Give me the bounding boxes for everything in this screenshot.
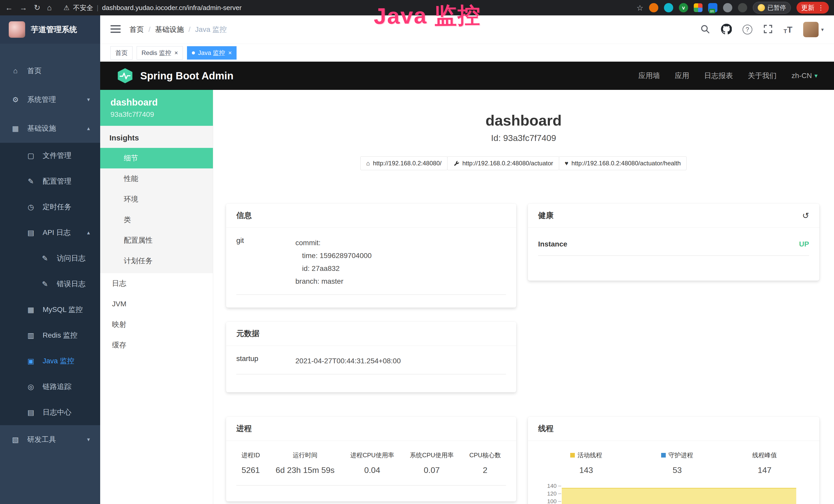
sidebar-item-label: 基础设施 [27, 123, 56, 133]
sba-menu-details[interactable]: 细节 [100, 148, 213, 168]
cards-right-column: 健康 ↺ Instance UP [528, 204, 819, 504]
log-center-icon: ▤ [26, 408, 36, 417]
threads-card: 线程 活动线程 143 [528, 417, 819, 504]
tag-java-monitor[interactable]: Java 监控 × [187, 46, 237, 60]
sba-nav: 应用墙 应用 日志报表 关于我们 zh-CN ▾ [639, 71, 817, 81]
threads-legend: 活动线程 143 守护进程 53 [538, 450, 809, 475]
fullscreen-button[interactable] [763, 24, 773, 35]
sba-menu-classes[interactable]: 类 [100, 209, 213, 230]
sba-logo-icon [117, 68, 134, 84]
chevron-down-icon: ▾ [821, 26, 824, 32]
health-row-instance[interactable]: Instance UP [538, 236, 809, 256]
sidebar-item-home[interactable]: ⌂ 首页 [0, 56, 100, 85]
update-label: 更新 [801, 3, 814, 12]
tag-redis-monitor[interactable]: Redis 监控 × [137, 46, 183, 60]
app-title: 芋道管理系统 [31, 24, 77, 35]
sba-nav-wallboard[interactable]: 应用墙 [639, 71, 660, 81]
browser-home-button[interactable]: ⌂ [47, 4, 52, 12]
close-icon[interactable]: × [228, 49, 232, 56]
sba-menu-environment[interactable]: 环境 [100, 189, 213, 209]
github-button[interactable] [721, 24, 732, 36]
more-menu-icon[interactable]: ⋮ [817, 4, 824, 11]
search-icon [700, 24, 710, 34]
sidebar-item-redis-monitor[interactable]: ▥ Redis 监控 [0, 322, 100, 348]
sidebar-item-access-log[interactable]: ✎ 访问日志 [0, 246, 100, 271]
sidebar-item-java-monitor[interactable]: ▣ Java 监控 [0, 348, 100, 374]
font-size-button[interactable]: TT [784, 25, 792, 35]
navbar-actions: ? TT ▾ [700, 22, 824, 37]
bookmark-star-icon[interactable]: ☆ [636, 3, 643, 12]
extension-icon-2[interactable] [664, 3, 673, 12]
address-bar[interactable]: ⚠ 不安全 | dashboard.yudao.iocoder.cn/infra… [58, 2, 630, 13]
git-commit-time: time: 1596289704000 [295, 249, 372, 262]
chrome-update-button[interactable]: 更新 ⋮ [796, 2, 829, 14]
tag-label: Java 监控 [198, 49, 225, 57]
search-button[interactable] [700, 24, 710, 35]
forward-button[interactable]: → [20, 4, 27, 12]
stat-label: 运行时间 [276, 451, 335, 459]
process-card: 进程 进程ID 5261 运行时间 [226, 417, 516, 501]
sba-menu-performance[interactable]: 性能 [100, 168, 213, 189]
sba-menu-scheduled-tasks[interactable]: 计划任务 [100, 251, 213, 271]
sba-menu-jvm[interactable]: JVM [100, 294, 213, 314]
sba-body: dashboard 93a3fc7f7409 Insights 细节 性能 环境… [100, 90, 834, 504]
sidebar-item-file-mgmt[interactable]: ▢ 文件管理 [0, 143, 100, 168]
sba-nav-applications[interactable]: 应用 [675, 71, 689, 81]
close-icon[interactable]: × [174, 49, 178, 56]
sidebar-item-log-center[interactable]: ▤ 日志中心 [0, 399, 100, 425]
breadcrumb-home[interactable]: 首页 [129, 25, 144, 35]
sidebar-item-api-logs[interactable]: ▤ API 日志 ▴ [0, 220, 100, 246]
extension-icon-4[interactable] [694, 3, 702, 12]
sba-menu-logs[interactable]: 日志 [100, 273, 213, 294]
history-icon[interactable]: ↺ [802, 211, 809, 221]
instance-header[interactable]: dashboard 93a3fc7f7409 [100, 90, 213, 126]
sidebar-item-config-mgmt[interactable]: ✎ 配置管理 [0, 168, 100, 194]
sba-menu-config-props[interactable]: 配置属性 [100, 230, 213, 251]
github-icon [721, 24, 732, 35]
sba-nav-about[interactable]: 关于我们 [748, 71, 777, 81]
extension-icon-5[interactable]: on [708, 3, 717, 12]
link-url: http://192.168.0.2:48080/actuator/health [571, 160, 681, 167]
font-size-small-icon: T [784, 28, 787, 35]
chevron-up-icon: ▴ [87, 125, 90, 132]
app-logo-row[interactable]: 芋道管理系统 [0, 16, 100, 44]
user-menu[interactable]: ▾ [803, 22, 824, 37]
sidebar-item-system-mgmt[interactable]: ⚙ 系统管理 ▾ [0, 85, 100, 114]
sba-menu-caches[interactable]: 缓存 [100, 335, 213, 356]
threads-card-body: 活动线程 143 守护进程 53 [528, 441, 819, 504]
help-button[interactable]: ? [743, 25, 752, 35]
breadcrumb-infrastructure[interactable]: 基础设施 [155, 25, 184, 35]
legend-text: 活动线程 [577, 452, 602, 459]
instance-actuator-link[interactable]: http://192.168.0.2:48080/actuator [447, 156, 559, 170]
reload-button[interactable]: ↻ [34, 4, 40, 12]
sidebar-item-dev-tools[interactable]: ▧ 研发工具 ▾ [0, 425, 100, 454]
sba-brand-title[interactable]: Spring Boot Admin [140, 70, 234, 82]
back-button[interactable]: ← [5, 4, 13, 12]
extension-icon-6[interactable] [723, 3, 732, 12]
tag-home[interactable]: 首页 [110, 46, 133, 60]
git-commit-id: id: 27aa832 [295, 262, 372, 275]
legend-live-threads: 活动线程 143 [570, 451, 602, 475]
instance-health-link[interactable]: ♥ http://192.168.0.2:48080/actuator/heal… [559, 156, 687, 170]
profile-paused-badge[interactable]: 已暂停 [753, 2, 791, 14]
insights-group: Insights 细节 性能 环境 类 配置属性 计划任务 [100, 126, 213, 273]
chevron-down-icon: ▾ [87, 96, 90, 103]
extension-icon-7[interactable] [738, 3, 747, 12]
sba-menu-mappings[interactable]: 映射 [100, 314, 213, 335]
sidebar-item-mysql-monitor[interactable]: ▦ MySQL 监控 [0, 297, 100, 322]
sidebar-item-scheduled-jobs[interactable]: ◷ 定时任务 [0, 194, 100, 220]
sidebar-item-infrastructure[interactable]: ▦ 基础设施 ▴ [0, 114, 100, 143]
legend-text: 守护进程 [668, 452, 693, 459]
stat-label: 系统CPU使用率 [410, 451, 454, 459]
card-title: 进程 [236, 423, 252, 434]
locale-select[interactable]: zh-CN ▾ [792, 72, 817, 80]
stat-label: 进程ID [241, 451, 260, 459]
sidebar-item-tracing[interactable]: ◎ 链路追踪 [0, 374, 100, 399]
sidebar-item-error-log[interactable]: ✎ 错误日志 [0, 271, 100, 297]
sba-nav-journal[interactable]: 日志报表 [704, 71, 733, 81]
extension-icon-1[interactable] [649, 3, 658, 12]
sidebar-collapse-button[interactable] [110, 25, 121, 35]
extension-icon-3[interactable]: v [679, 3, 688, 12]
instance-root-link[interactable]: ⌂ http://192.168.0.2:48080/ [360, 156, 447, 170]
tick-mark [558, 494, 561, 494]
